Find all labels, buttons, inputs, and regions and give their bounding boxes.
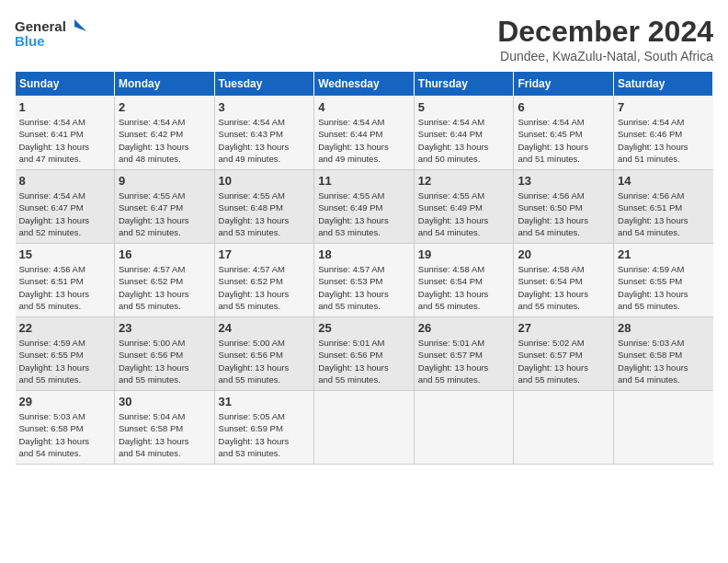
calendar-cell: 23Sunrise: 5:00 AMSunset: 6:56 PMDayligh… [114, 317, 214, 391]
day-info-line: and 55 minutes. [119, 373, 210, 385]
header-saturday: Saturday [614, 72, 713, 97]
day-info-line: Daylight: 13 hours [518, 141, 609, 153]
calendar-cell: 1Sunrise: 4:54 AMSunset: 6:41 PMDaylight… [16, 97, 115, 170]
day-info-line: Daylight: 13 hours [19, 288, 110, 300]
day-info: Sunrise: 4:54 AMSunset: 6:44 PMDaylight:… [318, 116, 410, 165]
day-info-line: Sunrise: 4:55 AM [418, 190, 510, 201]
day-number: 1 [19, 100, 110, 114]
day-number: 24 [219, 321, 311, 335]
day-info-line: and 55 minutes. [418, 300, 510, 312]
day-info: Sunrise: 5:04 AMSunset: 6:58 PMDaylight:… [119, 410, 210, 459]
day-info-line: Daylight: 13 hours [618, 362, 709, 373]
day-info: Sunrise: 4:54 AMSunset: 6:41 PMDaylight:… [19, 116, 110, 165]
day-info-line: Sunrise: 5:02 AM [518, 337, 609, 349]
day-info-line: Sunrise: 4:59 AM [19, 337, 110, 349]
day-number: 7 [618, 100, 709, 114]
day-info-line: Sunset: 6:43 PM [219, 128, 311, 140]
day-info-line: Sunset: 6:59 PM [219, 422, 311, 434]
day-info-line: Sunrise: 5:01 AM [318, 337, 410, 349]
day-number: 19 [418, 247, 510, 261]
day-number: 25 [318, 321, 410, 335]
calendar-cell: 26Sunrise: 5:01 AMSunset: 6:57 PMDayligh… [414, 317, 514, 391]
day-info: Sunrise: 4:56 AMSunset: 6:51 PMDaylight:… [618, 190, 709, 238]
calendar-cell: 12Sunrise: 4:55 AMSunset: 6:49 PMDayligh… [414, 170, 514, 244]
day-info-line: Sunrise: 4:56 AM [618, 190, 709, 201]
day-number: 22 [19, 321, 110, 335]
calendar-cell: 11Sunrise: 4:55 AMSunset: 6:49 PMDayligh… [314, 170, 415, 244]
day-info-line: Sunset: 6:58 PM [618, 349, 709, 361]
day-info-line: Sunrise: 4:54 AM [418, 116, 510, 128]
day-info-line: and 54 minutes. [119, 447, 210, 459]
day-info-line: and 55 minutes. [219, 300, 311, 312]
day-info-line: Daylight: 13 hours [518, 362, 609, 373]
calendar-week-row: 22Sunrise: 4:59 AMSunset: 6:55 PMDayligh… [16, 317, 713, 391]
day-info: Sunrise: 5:03 AMSunset: 6:58 PMDaylight:… [618, 337, 709, 385]
day-info-line: and 51 minutes. [618, 153, 709, 165]
day-info: Sunrise: 5:00 AMSunset: 6:56 PMDaylight:… [119, 337, 210, 385]
calendar-cell: 5Sunrise: 4:54 AMSunset: 6:44 PMDaylight… [414, 97, 514, 170]
day-info-line: and 52 minutes. [119, 226, 210, 238]
day-info: Sunrise: 5:05 AMSunset: 6:59 PMDaylight:… [219, 410, 311, 459]
day-info-line: Daylight: 13 hours [19, 362, 110, 373]
day-number: 28 [618, 321, 709, 335]
day-info-line: Daylight: 13 hours [618, 141, 709, 153]
calendar-cell: 13Sunrise: 4:56 AMSunset: 6:50 PMDayligh… [514, 170, 614, 244]
day-info: Sunrise: 5:03 AMSunset: 6:58 PMDaylight:… [19, 410, 110, 459]
day-info-line: Sunset: 6:49 PM [318, 201, 410, 213]
day-info-line: Daylight: 13 hours [219, 435, 311, 447]
day-info: Sunrise: 4:58 AMSunset: 6:54 PMDaylight:… [518, 263, 609, 312]
day-info-line: Daylight: 13 hours [318, 362, 410, 373]
day-info-line: and 55 minutes. [418, 373, 510, 385]
day-info-line: Sunrise: 5:03 AM [19, 410, 110, 422]
title-block: December 2024 Dundee, KwaZulu-Natal, Sou… [497, 15, 713, 63]
day-number: 23 [119, 321, 210, 335]
day-info-line: Sunset: 6:52 PM [119, 275, 210, 287]
day-info-line: and 53 minutes. [219, 447, 311, 459]
header-monday: Monday [114, 72, 214, 97]
day-info-line: Daylight: 13 hours [318, 214, 410, 226]
day-info-line: Daylight: 13 hours [19, 435, 110, 447]
day-number: 14 [618, 174, 709, 188]
calendar-cell: 16Sunrise: 4:57 AMSunset: 6:52 PMDayligh… [114, 244, 214, 317]
day-info: Sunrise: 4:57 AMSunset: 6:52 PMDaylight:… [119, 263, 210, 312]
day-info-line: Sunrise: 4:55 AM [219, 190, 311, 201]
day-info-line: Sunrise: 4:54 AM [518, 116, 609, 128]
calendar-cell [414, 391, 514, 465]
day-info-line: and 54 minutes. [518, 226, 609, 238]
calendar-cell: 10Sunrise: 4:55 AMSunset: 6:48 PMDayligh… [214, 170, 314, 244]
day-number: 12 [418, 174, 510, 188]
calendar-cell: 21Sunrise: 4:59 AMSunset: 6:55 PMDayligh… [614, 244, 713, 317]
day-info-line: Sunset: 6:46 PM [618, 128, 709, 140]
day-info-line: Daylight: 13 hours [19, 141, 110, 153]
day-info: Sunrise: 5:02 AMSunset: 6:57 PMDaylight:… [518, 337, 609, 385]
day-info-line: and 54 minutes. [618, 226, 709, 238]
day-info-line: Sunset: 6:57 PM [518, 349, 609, 361]
calendar-cell: 28Sunrise: 5:03 AMSunset: 6:58 PMDayligh… [614, 317, 713, 391]
day-info-line: Sunset: 6:44 PM [318, 128, 410, 140]
day-info-line: Sunset: 6:56 PM [318, 349, 410, 361]
calendar-week-row: 1Sunrise: 4:54 AMSunset: 6:41 PMDaylight… [16, 97, 713, 170]
day-info-line: and 55 minutes. [318, 373, 410, 385]
day-info-line: and 55 minutes. [19, 373, 110, 385]
day-info: Sunrise: 5:00 AMSunset: 6:56 PMDaylight:… [219, 337, 311, 385]
calendar-cell: 30Sunrise: 5:04 AMSunset: 6:58 PMDayligh… [114, 391, 214, 465]
day-number: 10 [219, 174, 311, 188]
day-info-line: Daylight: 13 hours [119, 288, 210, 300]
day-info: Sunrise: 4:55 AMSunset: 6:49 PMDaylight:… [318, 190, 410, 238]
day-info-line: Sunset: 6:58 PM [19, 422, 110, 434]
day-info-line: and 54 minutes. [418, 226, 510, 238]
day-info-line: Daylight: 13 hours [219, 214, 311, 226]
day-info-line: and 53 minutes. [318, 226, 410, 238]
day-info: Sunrise: 4:54 AMSunset: 6:44 PMDaylight:… [418, 116, 510, 165]
day-info: Sunrise: 4:54 AMSunset: 6:45 PMDaylight:… [518, 116, 609, 165]
calendar-cell: 8Sunrise: 4:54 AMSunset: 6:47 PMDaylight… [16, 170, 115, 244]
calendar-cell: 6Sunrise: 4:54 AMSunset: 6:45 PMDaylight… [514, 97, 614, 170]
calendar-cell [314, 391, 415, 465]
day-info-line: Sunrise: 5:03 AM [618, 337, 709, 349]
day-info-line: and 47 minutes. [19, 153, 110, 165]
day-number: 9 [119, 174, 210, 188]
day-info-line: and 55 minutes. [219, 373, 311, 385]
day-info-line: and 55 minutes. [518, 300, 609, 312]
day-info-line: Sunrise: 4:59 AM [618, 263, 709, 275]
day-info-line: and 55 minutes. [518, 373, 609, 385]
